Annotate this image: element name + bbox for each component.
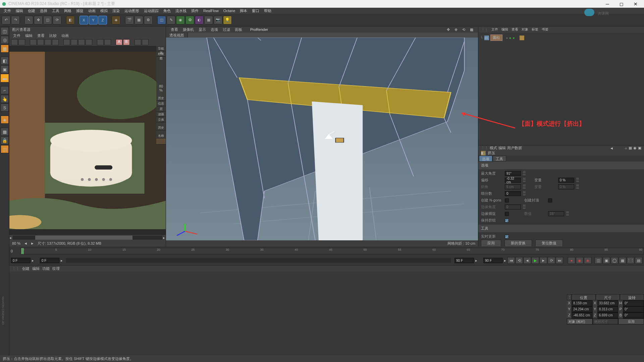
frame-total-input[interactable] [483, 258, 503, 263]
close-button[interactable]: ✕ [629, 1, 642, 7]
attr-tab-tool[interactable]: 工具 [493, 156, 506, 162]
model-icon[interactable]: ▣ [1, 65, 9, 73]
nav-filter[interactable]: 滤器 [156, 112, 166, 117]
rot-p[interactable]: 0° [623, 306, 644, 312]
rot-h[interactable]: 0° [623, 300, 644, 306]
pos-y[interactable]: 24.294 cm [572, 306, 593, 312]
nav-name[interactable]: 名称 [156, 133, 166, 138]
workplane-icon[interactable]: ▦ [1, 45, 9, 53]
menu-animate[interactable]: 动画 [86, 8, 98, 14]
image-view[interactable]: 导航器 柱状图 80 % 历史 信息 层 滤器 立体 历史 名称 [9, 46, 166, 235]
img-channel-b[interactable]: B [123, 39, 130, 45]
frame-start-input[interactable] [11, 258, 31, 263]
scale-tool[interactable]: ◫ [43, 16, 52, 24]
menu-realflow[interactable]: RealFlow [201, 8, 221, 13]
material-content[interactable] [9, 272, 644, 355]
play-back-button[interactable]: ◄ [524, 257, 531, 264]
pos-z[interactable]: -46.651 cm [572, 312, 593, 318]
vp-nav3-icon[interactable]: ⟲ [460, 27, 467, 33]
attr-back-icon[interactable]: ◄ [610, 146, 613, 150]
goto-start-button[interactable]: ⏮ [507, 257, 515, 264]
menu-render[interactable]: 渲染 [110, 8, 122, 14]
field-offset[interactable]: -0.32 cm [505, 178, 521, 183]
img-rgb-button[interactable] [97, 39, 104, 45]
spinner-subdiv[interactable] [523, 191, 526, 196]
menu-help[interactable]: 帮助 [262, 8, 273, 14]
frame-current-input[interactable] [40, 258, 59, 263]
attr-nav1-icon[interactable]: ⟐ [625, 146, 627, 150]
record-button[interactable]: ● [568, 257, 575, 264]
size-y[interactable]: 8.313 cm [597, 306, 619, 312]
render-region-button[interactable]: ▦ [135, 16, 143, 24]
minimize-button[interactable]: ─ [601, 1, 614, 7]
light-button[interactable]: 💡 [223, 16, 232, 24]
om-object[interactable]: 对象 [520, 26, 530, 33]
zoom-slider[interactable]: ◄ [24, 241, 27, 245]
lock-icon[interactable]: ▦ [1, 128, 9, 136]
apply-button[interactable]: 应用 [481, 240, 501, 246]
img-channel-a[interactable]: A [116, 39, 122, 45]
nav-thumb[interactable] [156, 138, 166, 144]
viewport-3d[interactable] [166, 38, 478, 240]
mat-texture[interactable]: 纹理 [52, 266, 60, 271]
vp-filter[interactable]: 过滤 [221, 26, 232, 33]
menu-character[interactable]: 角色 [161, 8, 173, 14]
z-axis-button[interactable]: Z [98, 16, 107, 24]
y-axis-button[interactable]: Y [89, 16, 98, 24]
check-keepgroup[interactable]: ✓ [505, 219, 509, 223]
field-maxangle[interactable]: 91° [505, 171, 521, 176]
om-view[interactable]: 查看 [510, 26, 520, 33]
object-name[interactable]: 圆柱 [490, 35, 502, 41]
img-filter3-button[interactable] [78, 39, 85, 45]
coord-apply-button[interactable]: 应用 [618, 318, 644, 324]
key-scale-button[interactable]: ▣ [603, 257, 610, 264]
camera-button[interactable]: 📷 [214, 16, 222, 24]
vp-view[interactable]: 查看 [169, 26, 180, 33]
imgmenu-view[interactable]: 查看 [35, 33, 47, 39]
attr-tab-options[interactable]: 选项 [479, 156, 492, 162]
select-tool[interactable]: ↖ [24, 16, 33, 24]
menu-edit[interactable]: 编辑 [14, 8, 25, 14]
obj-render-icon[interactable]: ● [513, 36, 515, 40]
viewport-tab[interactable]: 透视视图 [166, 33, 188, 38]
menu-create[interactable]: 创建 [26, 8, 37, 14]
check-ngons[interactable] [505, 198, 509, 202]
vp-panel[interactable]: 面板 [233, 26, 244, 33]
img-a-button[interactable] [104, 39, 111, 45]
coord-system-button[interactable]: ◈ [112, 16, 120, 24]
img-ab-button[interactable] [37, 39, 44, 45]
menu-octane[interactable]: Octane [221, 8, 237, 13]
img-nav-button[interactable] [142, 39, 149, 45]
img-save-button[interactable] [18, 39, 25, 45]
img-filter2-button[interactable] [71, 39, 77, 45]
vp-camera[interactable]: 摄像机 [181, 26, 196, 33]
img-filter4-button[interactable] [86, 39, 92, 45]
imgmenu-edit[interactable]: 编辑 [23, 33, 35, 39]
size-x[interactable]: 33.682 cm [597, 300, 619, 306]
imgmenu-anim[interactable]: 动画 [59, 33, 71, 39]
zoom-reset[interactable]: ► [31, 241, 34, 245]
menu-file[interactable]: 文件 [2, 8, 13, 14]
vp-options[interactable]: 选项 [209, 26, 220, 33]
nav-cylinder[interactable]: 柱状图 [156, 51, 166, 57]
nav-cube[interactable]: 立体 [156, 117, 166, 122]
menu-script[interactable]: 脚本 [238, 8, 249, 14]
field-subdiv[interactable]: 0 [505, 191, 521, 196]
obj-tag1-icon[interactable] [520, 36, 524, 40]
om-edit[interactable]: 编辑 [500, 26, 509, 33]
img-open-button[interactable] [11, 39, 18, 45]
menu-select[interactable]: 选择 [38, 8, 49, 14]
attr-nav4-icon[interactable]: ▣ [638, 146, 641, 150]
attr-nav2-icon[interactable]: ▦ [629, 146, 632, 150]
deformer-button[interactable]: ◐ [195, 16, 204, 24]
frame-spinner3[interactable]: ▸ [475, 258, 477, 263]
redo-button[interactable]: ↷ [11, 16, 20, 24]
key-pos-button[interactable]: ◫ [595, 257, 602, 264]
obj-visibility-icon[interactable]: ● [509, 36, 512, 40]
spinner-offset[interactable] [523, 178, 526, 183]
menu-pipeline[interactable]: 流水线 [173, 8, 189, 14]
generator-button[interactable]: ❂ [185, 16, 194, 24]
reset-button[interactable]: 复位数值 [535, 240, 563, 246]
environment-button[interactable]: ▦ [204, 16, 213, 24]
check-edgesnap[interactable] [505, 212, 509, 216]
